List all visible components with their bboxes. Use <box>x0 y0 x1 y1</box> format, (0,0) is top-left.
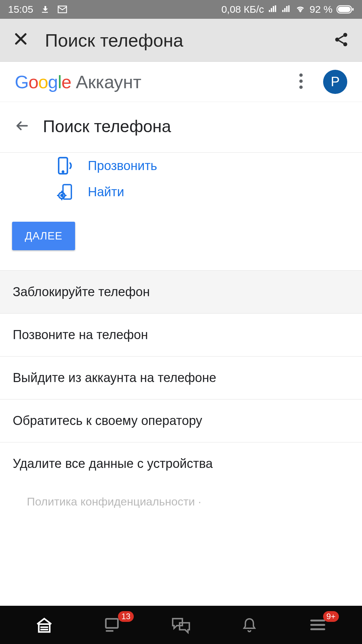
nav-messages[interactable]: 13 <box>98 613 128 637</box>
nav-badge-messages: 13 <box>118 611 134 622</box>
nav-notifications[interactable] <box>234 613 264 637</box>
google-account-bar: Google Аккаунт P <box>0 62 362 102</box>
options-list: Заблокируйте телефон Позвоните на телефо… <box>0 270 362 485</box>
back-arrow-icon[interactable] <box>15 118 29 135</box>
mail-icon <box>57 4 68 14</box>
battery-icon <box>337 5 354 14</box>
status-data-rate: 0,08 КБ/с <box>221 4 264 15</box>
page-title: Поиск телефона <box>43 117 171 136</box>
nav-chats[interactable] <box>166 613 196 637</box>
signal-icon-1 <box>268 5 278 14</box>
svg-rect-3 <box>352 8 354 11</box>
svg-point-4 <box>343 33 347 37</box>
phone-ring-icon <box>57 156 74 175</box>
status-time: 15:05 <box>8 4 33 15</box>
svg-point-7 <box>299 73 303 77</box>
privacy-policy-text: Политика конфиденциальности · <box>0 485 362 512</box>
svg-point-8 <box>299 79 303 83</box>
avatar[interactable]: P <box>323 70 347 94</box>
more-menu-icon[interactable] <box>299 73 303 91</box>
nav-menu[interactable]: 9+ <box>303 613 333 637</box>
app-header: Поиск телефона <box>0 19 362 62</box>
svg-point-6 <box>343 42 347 46</box>
nav-badge-menu: 9+ <box>323 611 339 622</box>
nav-home[interactable] <box>29 613 59 637</box>
option-lock-phone[interactable]: Заблокируйте телефон <box>0 270 362 313</box>
option-contact-carrier[interactable]: Обратитесь к своему оператору <box>0 399 362 442</box>
ring-action[interactable]: Прозвонить <box>57 153 362 179</box>
close-icon[interactable] <box>13 29 29 52</box>
option-call-phone[interactable]: Позвоните на телефон <box>0 313 362 356</box>
status-bar: 15:05 0,08 КБ/с 92 % <box>0 0 362 19</box>
page-header: Поиск телефона <box>0 102 362 153</box>
find-label: Найти <box>88 185 124 199</box>
share-icon[interactable] <box>333 32 349 49</box>
quick-actions: Прозвонить Найти <box>0 153 362 205</box>
option-sign-out[interactable]: Выйдите из аккаунта на телефоне <box>0 356 362 399</box>
google-logo: Google <box>15 71 71 92</box>
svg-point-5 <box>335 38 339 42</box>
option-erase-device[interactable]: Удалите все данные с устройства <box>0 442 362 485</box>
ring-label: Прозвонить <box>88 159 157 173</box>
svg-point-11 <box>62 171 64 172</box>
svg-point-9 <box>299 86 303 89</box>
next-button[interactable]: ДАЛЕЕ <box>12 222 75 250</box>
find-action[interactable]: Найти <box>57 179 362 205</box>
account-label: Аккаунт <box>76 71 141 92</box>
missed-call-icon <box>40 4 50 14</box>
status-battery-pct: 92 % <box>310 4 333 15</box>
svg-point-14 <box>61 195 63 196</box>
wifi-icon <box>295 5 306 14</box>
app-header-title: Поиск телефона <box>45 30 333 51</box>
signal-icon-2 <box>282 5 291 14</box>
svg-rect-16 <box>106 619 118 628</box>
locate-icon <box>57 183 74 201</box>
svg-rect-2 <box>338 7 351 12</box>
bottom-nav: 13 9+ <box>0 606 362 644</box>
